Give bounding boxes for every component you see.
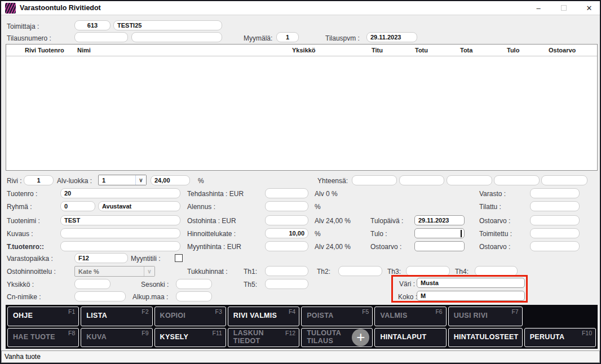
- th5-field[interactable]: [265, 279, 308, 289]
- t-tuotenro-label: T.tuotenro::: [7, 243, 44, 251]
- laskun-tiedot-button[interactable]: LASKUN TIEDOT F12: [228, 328, 299, 348]
- ostoarvo-right1-field[interactable]: [530, 215, 580, 225]
- varasto-label: Varasto :: [479, 190, 506, 198]
- ostoarvo-mid-field[interactable]: [414, 241, 465, 251]
- cn-nimike-field[interactable]: [74, 291, 126, 301]
- tulo-label: Tulo :: [370, 230, 387, 238]
- myyntihinta-label: Myyntihinta : EUR: [187, 243, 241, 251]
- kysely-button[interactable]: KYSELY F11: [154, 328, 226, 348]
- hintatulosteet-button[interactable]: HINTATULOSTEET: [448, 328, 523, 348]
- sesonki-label: Sesonki :: [141, 281, 169, 288]
- rivi-valmis-button[interactable]: RIVI VALMIS F4: [228, 307, 299, 326]
- alv-pct-field[interactable]: 24,00: [151, 175, 190, 185]
- rivi-label: Rivi :: [7, 177, 22, 185]
- t-tuotenro-field[interactable]: [60, 241, 180, 251]
- alv-luokka-label: Alv-luokka :: [57, 177, 92, 185]
- alennus-field[interactable]: [265, 201, 308, 211]
- text-cursor: [461, 230, 462, 237]
- sesonki-field[interactable]: [176, 279, 212, 289]
- hae-tuote-button[interactable]: HAE TUOTE F8: [7, 328, 79, 348]
- status-text: Vanha tuote: [5, 353, 41, 361]
- maximize-button[interactable]: [554, 1, 573, 15]
- myyntitili-checkbox[interactable]: [175, 254, 183, 262]
- th4-label: Th4:: [455, 268, 469, 276]
- yhteensa-label: Yhteensä:: [317, 177, 348, 185]
- ryhma-code-field[interactable]: 0: [60, 201, 95, 211]
- hinnoittelukate-label: Hinnoittelukate :: [187, 230, 236, 238]
- lista-button[interactable]: LISTA F2: [81, 307, 152, 326]
- close-button[interactable]: ✕: [580, 1, 599, 15]
- kuvaus-field[interactable]: [60, 228, 180, 238]
- varasto-field[interactable]: [530, 188, 580, 198]
- col-nimi: Nimi: [77, 47, 91, 54]
- hintalaput-button[interactable]: HINTALAPUT: [374, 328, 446, 348]
- tuotenimi-label: Tuotenimi :: [7, 217, 40, 225]
- uusi-rivi-button[interactable]: UUSI RIVI F7: [448, 307, 523, 326]
- rows-table[interactable]: Rivi Tuotenro Nimi Yksikkö Titu Totu Tot…: [6, 44, 598, 171]
- koko-field[interactable]: M: [417, 291, 525, 301]
- col-ostoarvo: Ostoarvo: [549, 47, 576, 54]
- col-tuotenro: Tuotenro: [38, 47, 64, 54]
- ostoarvo-right2-field[interactable]: [530, 241, 580, 251]
- plus-icon[interactable]: +: [352, 329, 369, 346]
- tilausnumero-field-1[interactable]: [74, 32, 128, 42]
- maximize-icon: [561, 5, 567, 11]
- myyntihinta-alv-label: Alv 24,00 %: [315, 243, 351, 251]
- tilauspvm-label: Tilauspvm :: [325, 34, 360, 42]
- tulopaiva-field[interactable]: 29.11.2023: [414, 215, 465, 225]
- valmis-button[interactable]: VALMIS F6: [374, 307, 446, 326]
- col-tota: Tota: [460, 47, 472, 54]
- tilausnumero-label: Tilausnumero :: [7, 34, 51, 42]
- tilausnumero-field-2[interactable]: [131, 32, 222, 42]
- tulo-field[interactable]: [414, 228, 465, 238]
- yhteensa-field-1[interactable]: [352, 175, 397, 185]
- tuotenro-field[interactable]: 20: [60, 188, 180, 198]
- minimize-button[interactable]: –: [529, 1, 548, 15]
- tuotenimi-field[interactable]: TEST: [60, 215, 180, 225]
- yhteensa-field-2[interactable]: [399, 175, 444, 185]
- yhteensa-field-3[interactable]: [447, 175, 492, 185]
- myyntihinta-field[interactable]: [265, 241, 308, 251]
- myymala-label: Myymälä:: [244, 34, 272, 42]
- vari-field[interactable]: Musta: [417, 278, 525, 288]
- kuva-button[interactable]: KUVA F9: [81, 328, 152, 348]
- th2-field[interactable]: [338, 266, 382, 276]
- ryhma-name-field[interactable]: Avustavat: [98, 201, 180, 211]
- th1-field[interactable]: [265, 266, 308, 276]
- ohje-button[interactable]: OHJE F1: [7, 307, 79, 326]
- ostohinta-field[interactable]: [265, 215, 308, 225]
- tukkuhinnat-label: Tukkuhinnat :: [187, 268, 228, 276]
- col-titu: Titu: [372, 47, 383, 54]
- alennus-label: Alennus :: [187, 203, 215, 211]
- varastopaikka-field[interactable]: F12: [74, 253, 128, 263]
- toimittaja-name-field[interactable]: TESTI25: [113, 20, 222, 30]
- tilauspvm-field[interactable]: 29.11.2023: [366, 32, 417, 42]
- tehdashinta-field[interactable]: [265, 188, 308, 198]
- chevron-down-icon: ∨: [144, 267, 154, 276]
- toimittaja-code-field[interactable]: 613: [74, 20, 111, 30]
- myymala-field[interactable]: 1: [276, 32, 299, 42]
- peruuta-button[interactable]: PERUUTA F10: [524, 328, 596, 348]
- col-rivi: Rivi: [25, 47, 36, 54]
- status-bar: Vanha tuote: [1, 350, 600, 363]
- toimitettu-field[interactable]: [530, 228, 580, 238]
- alennus-pct-sign: %: [315, 203, 321, 211]
- rivi-field[interactable]: 1: [24, 175, 54, 185]
- yksikko-field[interactable]: [74, 279, 111, 289]
- yhteensa-field-5[interactable]: [541, 175, 587, 185]
- yksikko-label: Yksikkö :: [7, 281, 34, 288]
- tilattu-field[interactable]: [530, 201, 580, 211]
- chevron-down-icon[interactable]: ∨: [135, 175, 146, 185]
- tulouta-tilaus-button[interactable]: TULOUTA TILAUS +: [301, 328, 373, 348]
- ostoarvo-right1-label: Ostoarvo :: [479, 217, 510, 225]
- poista-button[interactable]: POISTA F5: [301, 307, 373, 326]
- alkup-maa-field[interactable]: [176, 291, 212, 301]
- alv-luokka-dropdown[interactable]: 1 ∨: [98, 175, 147, 185]
- hinnoittelukate-field[interactable]: 10,00: [265, 228, 308, 238]
- tuotenro-label: Tuotenro :: [7, 190, 37, 198]
- koko-label: Koko :: [398, 293, 417, 301]
- kopioi-button[interactable]: KOPIOI F3: [154, 307, 226, 326]
- yhteensa-field-4[interactable]: [494, 175, 540, 185]
- toimitettu-label: Toimitettu :: [479, 230, 512, 238]
- hinnoittelukate-pct-sign: %: [315, 230, 321, 238]
